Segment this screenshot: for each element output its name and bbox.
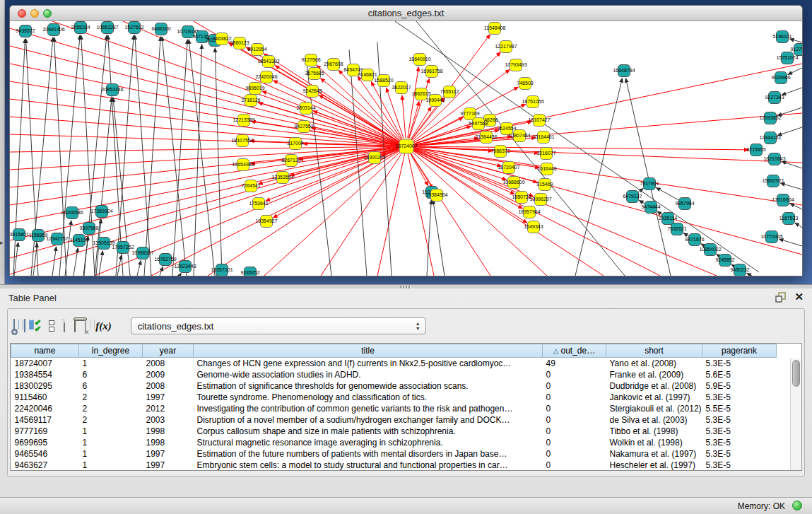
network-node[interactable]: 1156869 [29, 230, 48, 242]
table-cell[interactable]: 1998 [143, 437, 194, 448]
network-node[interactable]: 1145190 [70, 235, 89, 247]
table-cell[interactable]: Investigating the contribution of common… [194, 403, 543, 414]
network-node[interactable]: 2055334 [71, 22, 90, 34]
table-cell[interactable]: Changes of HCN gene expression and I(f) … [194, 358, 543, 370]
table-cell[interactable]: 6 [79, 369, 143, 380]
table-cell[interactable]: 2012 [143, 403, 194, 414]
table-cell[interactable]: 9777169 [11, 426, 79, 437]
network-node[interactable]: 317004 [287, 138, 303, 150]
network-node[interactable]: 2803144 [296, 103, 315, 115]
network-node[interactable]: 20853346 [101, 84, 123, 96]
column-header-short[interactable]: short [606, 344, 702, 358]
table-cell[interactable]: 22420046 [11, 403, 79, 414]
table-cell[interactable]: Stergiakouli et al. (2012) [606, 403, 702, 414]
table-cell[interactable]: Tourette syndrome. Phenomenology and cla… [194, 392, 543, 403]
column-header-out_de[interactable]: △out_de… [543, 344, 606, 358]
table-cell[interactable]: 49 [543, 358, 606, 370]
table-cell[interactable]: Nakamura et al. (1997) [606, 448, 702, 460]
select-all-icon[interactable]: ✔✔ [35, 320, 40, 332]
table-cell[interactable]: 1 [79, 448, 143, 460]
network-node[interactable]: 10996297 [529, 194, 551, 206]
network-node[interactable]: 15692971 [762, 175, 784, 187]
table-cell[interactable]: 5.9E-5 [702, 380, 777, 392]
table-cell[interactable]: 0 [543, 460, 606, 471]
network-node[interactable]: 16210643 [763, 153, 785, 165]
table-cell[interactable]: 9463627 [11, 460, 79, 471]
delete-column-icon[interactable] [74, 320, 76, 332]
network-node[interactable]: 2718126 [241, 95, 260, 107]
network-node[interactable]: 10653287 [96, 22, 118, 34]
network-node[interactable]: 9857964 [675, 198, 694, 210]
table-cell[interactable]: 0 [543, 369, 606, 380]
network-node[interactable]: 9896019 [245, 83, 264, 95]
network-node[interactable]: 18357101 [211, 264, 233, 276]
network-node[interactable]: 2967608 [324, 59, 343, 71]
table-cell[interactable]: 1 [79, 460, 143, 471]
network-node[interactable]: 915469 [536, 179, 553, 191]
table-cell[interactable]: 5.3E-5 [702, 414, 777, 426]
table-cell[interactable]: Corpus callosum shape and size in male p… [194, 426, 543, 437]
table-cell[interactable]: Genome-wide association studies in ADHD. [194, 369, 543, 380]
network-node[interactable]: 3216077 [536, 148, 555, 160]
table-cell[interactable]: 2003 [143, 414, 194, 426]
network-node[interactable]: 18640910 [408, 54, 430, 66]
network-node[interactable]: 16961758 [420, 66, 442, 78]
network-node[interactable]: 17016504 [772, 194, 794, 206]
table-cell[interactable]: 14569117 [11, 414, 79, 426]
table-scrollbar[interactable] [790, 358, 801, 470]
table-cell[interactable]: 0 [543, 392, 606, 403]
delete-table-icon[interactable]: ✕ [85, 320, 86, 332]
table-cell[interactable]: 1 [79, 426, 143, 437]
network-node[interactable]: 12217987 [495, 41, 517, 53]
table-cell[interactable]: 5.3E-5 [702, 437, 777, 448]
table-cell[interactable]: 9465546 [11, 448, 79, 460]
network-node[interactable]: 12353594 [271, 172, 293, 184]
table-cell[interactable]: Structural magnetic resonance image aver… [194, 437, 543, 448]
network-node[interactable]: 1616446 [537, 163, 556, 175]
network-node[interactable]: 18720407 [498, 162, 519, 174]
table-cell[interactable]: 0 [543, 380, 606, 392]
table-selector-dropdown[interactable]: citations_edges.txt ▲▼ [131, 317, 426, 334]
column-header-year[interactable]: year [143, 344, 194, 358]
table-cell[interactable]: 2008 [143, 358, 194, 370]
network-node[interactable]: 9127568 [301, 54, 320, 66]
network-node[interactable]: 10793493 [505, 59, 526, 71]
table-cell[interactable]: Dudbridge et al. (2008) [606, 380, 702, 392]
table-cell[interactable]: 0 [543, 403, 606, 414]
table-cell[interactable]: 19384554 [11, 369, 79, 380]
table-cell[interactable]: Franke et al. (2009) [606, 369, 702, 380]
column-chooser-icon[interactable] [24, 320, 25, 332]
float-panel-icon[interactable] [775, 292, 787, 303]
table-cell[interactable]: Yano et al. (2008) [606, 358, 702, 370]
network-node[interactable]: 12213389 [233, 115, 254, 127]
network-node[interactable]: 5196101 [772, 31, 792, 43]
network-node[interactable]: 1990440 [425, 95, 445, 107]
network-node[interactable]: 748503 [517, 78, 533, 90]
network-node[interactable]: 12093852 [759, 112, 781, 124]
network-node[interactable]: 9397568 [79, 223, 98, 235]
new-column-icon[interactable] [64, 320, 65, 332]
network-node[interactable]: 9245052 [240, 267, 259, 277]
table-cell[interactable]: 1 [79, 358, 143, 370]
table-cell[interactable]: 0 [543, 426, 606, 437]
network-node[interactable]: 10958167 [131, 247, 153, 259]
network-node[interactable]: 6466160 [151, 23, 170, 35]
network-node[interactable]: 9227343 [765, 92, 784, 104]
network-node[interactable]: 16648784 [613, 65, 635, 77]
table-cell[interactable]: 9115460 [11, 392, 79, 403]
table-cell[interactable]: 1 [79, 437, 143, 448]
table-cell[interactable]: Jankovic et al. (1997) [606, 392, 702, 403]
table-cell[interactable]: 2008 [143, 380, 194, 392]
table-cell[interactable]: 2 [79, 392, 143, 403]
network-node[interactable]: 18751055 [522, 96, 543, 108]
table-mode-icon[interactable] [13, 320, 15, 332]
table-cell[interactable]: 18300295 [11, 380, 79, 392]
table-cell[interactable]: 5.5E-5 [702, 403, 777, 414]
network-node[interactable]: 9435572 [16, 25, 35, 37]
network-node[interactable]: 18107554 [231, 135, 253, 147]
table-cell[interactable]: Tibbo et al. (1998) [606, 426, 702, 437]
network-node[interactable]: 11548408 [484, 23, 506, 35]
table-cell[interactable]: 5.3E-5 [702, 392, 777, 403]
table-cell[interactable]: 5.3E-5 [702, 448, 777, 460]
column-header-pagerank[interactable]: pagerank [702, 344, 777, 358]
